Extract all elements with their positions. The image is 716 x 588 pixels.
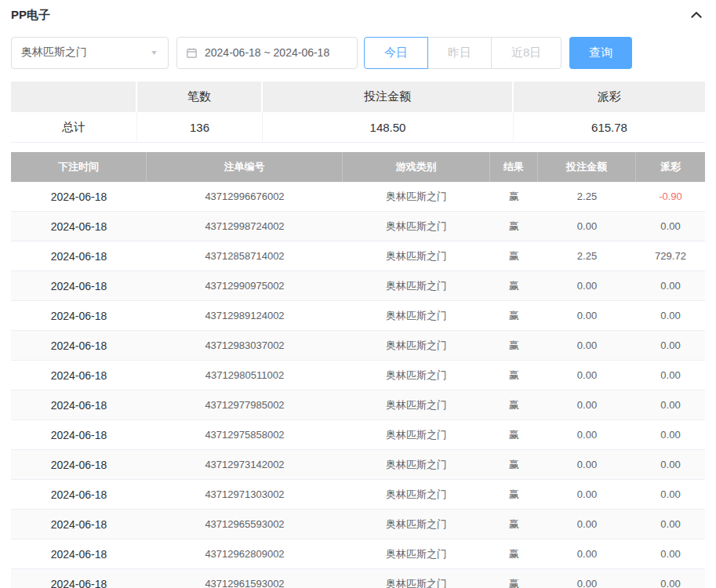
order-no-cell: 43712962809002 [147, 539, 343, 568]
table-row: 2024-06-1843712980511002奥林匹斯之门赢0.000.00 [11, 361, 705, 390]
bet-time-cell: 2024-06-18 [11, 510, 147, 539]
order-no-cell: 43712990975002 [147, 271, 343, 300]
filter-bar: 奥林匹斯之门 ▼ 2024-06-18 ~ 2024-06-18 今日 昨日 近… [11, 36, 705, 69]
summary-header-bet: 投注金额 [263, 82, 514, 112]
table-row: 2024-06-1843712998724002奥林匹斯之门赢0.000.00 [11, 212, 705, 241]
game-type-cell: 奥林匹斯之门 [343, 450, 490, 479]
bet-time-cell: 2024-06-18 [11, 212, 147, 241]
summary-header-row: 笔数 投注金额 派彩 [11, 82, 705, 112]
bet-time-cell: 2024-06-18 [11, 480, 147, 509]
result-cell: 赢 [490, 212, 538, 241]
bet-time-cell: 2024-06-18 [11, 182, 147, 211]
order-no-cell: 43712965593002 [147, 510, 343, 539]
result-cell: 赢 [490, 420, 538, 449]
pp-electronic-panel: PP电子 奥林匹斯之门 ▼ 2024-06-18 ~ 2024-06-18 今日… [0, 0, 716, 588]
game-type-cell: 奥林匹斯之门 [343, 331, 490, 360]
bet-amount-cell: 0.00 [538, 271, 636, 300]
result-cell: 赢 [490, 301, 538, 330]
bet-time-cell: 2024-06-18 [11, 271, 147, 300]
bet-amount-cell: 2.25 [538, 241, 636, 270]
payout-cell: 0.00 [636, 420, 705, 449]
column-header-3: 结果 [490, 152, 538, 182]
table-row: 2024-06-1843712975858002奥林匹斯之门赢0.000.00 [11, 420, 705, 450]
bet-amount-cell: 0.00 [538, 539, 636, 568]
table-row: 2024-06-1843712983037002奥林匹斯之门赢0.000.00 [11, 331, 705, 361]
result-cell: 赢 [490, 450, 538, 479]
last-8-days-button[interactable]: 近8日 [491, 37, 562, 69]
payout-cell: 0.00 [636, 450, 705, 479]
order-no-cell: 43712998724002 [147, 212, 343, 241]
yesterday-button[interactable]: 昨日 [427, 37, 492, 69]
collapse-button[interactable] [688, 6, 705, 24]
quick-date-button-group: 今日 昨日 近8日 [364, 37, 562, 69]
order-no-cell: 43712973142002 [147, 450, 343, 479]
game-type-cell: 奥林匹斯之门 [343, 271, 490, 300]
game-type-cell: 奥林匹斯之门 [343, 420, 490, 449]
result-cell: 赢 [490, 331, 538, 360]
game-type-cell: 奥林匹斯之门 [343, 241, 490, 270]
table-row: 2024-06-1843712971303002奥林匹斯之门赢0.000.00 [11, 480, 705, 510]
payout-cell: 0.00 [636, 480, 705, 509]
chevron-down-icon: ▼ [150, 49, 158, 56]
game-type-cell: 奥林匹斯之门 [343, 212, 490, 241]
payout-cell: 0.00 [636, 271, 705, 300]
payout-cell: 0.00 [636, 301, 705, 330]
payout-cell: -0.90 [636, 182, 705, 211]
table-row: 2024-06-1843712858714002奥林匹斯之门赢2.25729.7… [11, 241, 705, 271]
result-cell: 赢 [490, 361, 538, 390]
order-no-cell: 43712983037002 [147, 331, 343, 360]
order-no-cell: 43712971303002 [147, 480, 343, 509]
result-cell: 赢 [490, 182, 538, 211]
calendar-icon [186, 47, 198, 59]
bet-time-cell: 2024-06-18 [11, 420, 147, 449]
summary-header-count: 笔数 [137, 82, 263, 112]
payout-cell: 0.00 [636, 212, 705, 241]
bet-time-cell: 2024-06-18 [11, 539, 147, 568]
column-header-2: 游戏类别 [343, 152, 490, 182]
order-no-cell: 43712989124002 [147, 301, 343, 330]
chevron-up-icon [689, 8, 703, 22]
game-type-cell: 奥林匹斯之门 [343, 301, 490, 330]
date-range-input[interactable]: 2024-06-18 ~ 2024-06-18 [176, 37, 358, 69]
date-range-value: 2024-06-18 ~ 2024-06-18 [205, 46, 329, 59]
search-button[interactable]: 查询 [569, 37, 632, 69]
table-body: 2024-06-1843712996676002奥林匹斯之门赢2.25-0.90… [11, 182, 705, 588]
table-row: 2024-06-1843712989124002奥林匹斯之门赢0.000.00 [11, 301, 705, 331]
game-type-cell: 奥林匹斯之门 [343, 182, 490, 211]
today-button[interactable]: 今日 [364, 37, 428, 69]
payout-cell: 729.72 [636, 241, 705, 270]
result-cell: 赢 [490, 241, 538, 270]
game-select[interactable]: 奥林匹斯之门 ▼ [11, 37, 169, 69]
bet-amount-cell: 0.00 [538, 212, 636, 241]
table-row: 2024-06-1843712990975002奥林匹斯之门赢0.000.00 [11, 271, 705, 301]
table-row: 2024-06-1843712962809002奥林匹斯之门赢0.000.00 [11, 539, 705, 569]
column-header-4: 投注金额 [538, 152, 636, 182]
bet-amount-cell: 0.00 [538, 390, 636, 419]
summary-payout-value: 615.78 [514, 112, 705, 143]
order-no-cell: 43712961593002 [147, 569, 343, 588]
bet-amount-cell: 0.00 [538, 450, 636, 479]
summary-header-payout: 派彩 [514, 82, 705, 112]
column-header-5: 派彩 [636, 152, 705, 182]
column-header-1: 注单编号 [147, 152, 343, 182]
game-type-cell: 奥林匹斯之门 [343, 510, 490, 539]
bet-amount-cell: 0.00 [538, 361, 636, 390]
payout-cell: 0.00 [636, 331, 705, 360]
table-header-row: 下注时间注单编号游戏类别结果投注金额派彩 [11, 152, 705, 182]
bet-amount-cell: 0.00 [538, 569, 636, 588]
order-no-cell: 43712980511002 [147, 361, 343, 390]
result-cell: 赢 [490, 271, 538, 300]
bet-time-cell: 2024-06-18 [11, 390, 147, 419]
payout-cell: 0.00 [636, 510, 705, 539]
bet-amount-cell: 0.00 [538, 480, 636, 509]
table-row: 2024-06-1843712996676002奥林匹斯之门赢2.25-0.90 [11, 182, 705, 212]
summary-total-row: 总计 136 148.50 615.78 [11, 112, 705, 143]
table-row: 2024-06-1843712973142002奥林匹斯之门赢0.000.00 [11, 450, 705, 480]
summary-count-value: 136 [137, 112, 263, 143]
column-header-0: 下注时间 [11, 152, 147, 182]
order-no-cell: 43712975858002 [147, 420, 343, 449]
payout-cell: 0.00 [636, 361, 705, 390]
bet-time-cell: 2024-06-18 [11, 331, 147, 360]
summary-table: 笔数 投注金额 派彩 总计 136 148.50 615.78 [11, 82, 705, 143]
summary-bet-value: 148.50 [263, 112, 514, 143]
